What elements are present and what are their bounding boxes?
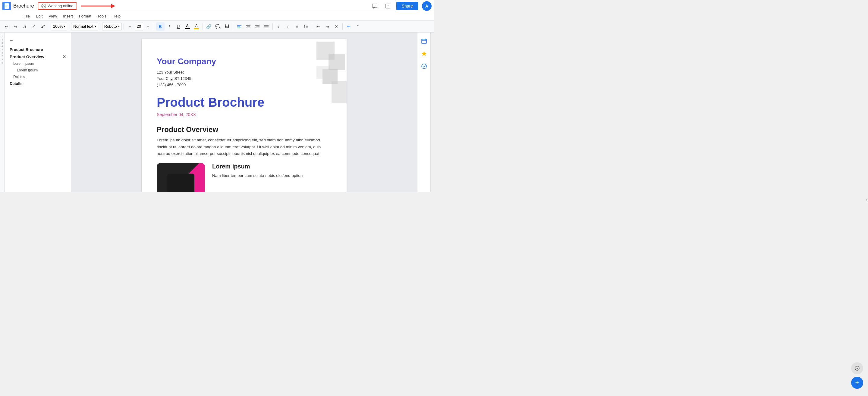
menu-edit[interactable]: Edit <box>33 13 45 19</box>
svg-rect-30 <box>332 81 347 103</box>
bold-button[interactable]: B <box>156 22 164 31</box>
numbered-list-button[interactable]: 1≡ <box>302 22 310 31</box>
back-button[interactable]: ← <box>5 36 71 46</box>
star-icon[interactable] <box>419 49 429 58</box>
revisions-icon[interactable] <box>383 1 393 11</box>
sidebar-item-product-overview[interactable]: Product Overview ✕ <box>5 53 71 60</box>
svg-rect-28 <box>329 54 345 70</box>
undo-button[interactable]: ↩ <box>2 22 11 31</box>
toolbar-divider-10 <box>342 23 343 30</box>
align-left-button[interactable] <box>235 22 244 31</box>
spell-check-button[interactable]: ✓ <box>30 22 38 31</box>
sidebar-close-button[interactable]: ✕ <box>62 54 66 59</box>
highlight-color-button[interactable]: A <box>192 22 201 31</box>
toolbar-divider-4 <box>124 23 124 30</box>
font-size-increase[interactable]: + <box>144 22 152 31</box>
zoom-value: 100% <box>53 24 63 29</box>
font-chevron: ▾ <box>118 25 120 28</box>
expand-toolbar-button[interactable]: ⌃ <box>353 22 362 31</box>
lorem-sub-section: Lorem ipsum Nam liber tempor cum soluta … <box>212 163 303 192</box>
zoom-chevron: ▾ <box>64 25 65 28</box>
toolbar-divider-6 <box>203 23 203 30</box>
section1-body: Lorem ipsum dolor sit amet, consectetuer… <box>157 137 332 157</box>
menu-file[interactable]: File <box>21 13 32 19</box>
sidebar-item-lorem-ipsum-1[interactable]: Lorem ipsum <box>5 60 71 67</box>
checkmark-icon[interactable] <box>419 61 429 71</box>
toolbar-divider-9 <box>312 23 312 30</box>
redo-button[interactable]: ↪ <box>11 22 20 31</box>
main-area: 1 2 3 4 5 6 7 8 9 ← Product Brochure Pro… <box>0 33 434 192</box>
toolbar-divider-1 <box>49 23 49 30</box>
menu-format[interactable]: Format <box>76 13 94 19</box>
font-size-decrease[interactable]: − <box>126 22 134 31</box>
menu-bar: File Edit View Insert Format Tools Help <box>0 12 434 21</box>
toolbar-divider-7 <box>233 23 233 30</box>
sidebar-item-details[interactable]: Details <box>5 80 71 87</box>
section1-heading: Product Overview <box>157 125 332 134</box>
sidebar-item-lorem-ipsum-2[interactable]: Lorem ipsum <box>5 67 71 73</box>
phone-image-placeholder <box>157 163 205 192</box>
two-column-section: Lorem ipsum Nam liber tempor cum soluta … <box>157 163 332 192</box>
text-color-button[interactable]: A <box>183 22 192 31</box>
document-outline-sidebar: ← Product Brochure Product Overview ✕ Lo… <box>5 33 71 192</box>
menu-help[interactable]: Help <box>110 13 123 19</box>
print-button[interactable]: 🖨 <box>21 22 29 31</box>
comment-button[interactable]: 💬 <box>214 22 222 31</box>
menu-insert[interactable]: Insert <box>61 13 75 19</box>
offline-icon <box>41 4 46 8</box>
italic-button[interactable]: I <box>165 22 174 31</box>
svg-rect-3 <box>5 7 7 7</box>
google-docs-logo <box>2 2 11 10</box>
menu-tools[interactable]: Tools <box>95 13 109 19</box>
vertical-ruler: 1 2 3 4 5 6 7 8 9 <box>0 33 5 192</box>
user-avatar[interactable]: A <box>422 1 432 11</box>
lorem-sub-body: Nam liber tempor cum soluta nobis eleife… <box>212 172 303 179</box>
toolbar-divider-5 <box>154 23 154 30</box>
document-area[interactable]: Your Company 123 Your Street Your City, … <box>71 33 417 192</box>
image-button[interactable]: 🖼 <box>223 22 231 31</box>
toolbar-divider-3 <box>100 23 100 30</box>
line-spacing-button[interactable]: ↕ <box>275 22 283 31</box>
right-panel <box>417 33 430 192</box>
svg-rect-1 <box>5 5 8 5</box>
sidebar-item-product-brochure[interactable]: Product Brochure <box>5 46 71 53</box>
bullets-button[interactable]: ≡ <box>293 22 301 31</box>
svg-marker-36 <box>422 51 427 56</box>
align-center-button[interactable] <box>244 22 253 31</box>
font-size-value[interactable]: 20 <box>135 23 143 30</box>
red-arrow <box>81 1 117 10</box>
text-style-selector[interactable]: Normal text ▾ <box>71 23 98 30</box>
top-bar: Brochure Working offline Share A <box>0 0 434 12</box>
checklist-button[interactable]: ☑ <box>284 22 292 31</box>
svg-marker-7 <box>111 4 116 8</box>
svg-point-37 <box>422 64 427 69</box>
calendar-icon[interactable] <box>419 36 429 46</box>
comments-icon[interactable] <box>370 1 379 11</box>
indent-more-button[interactable]: ⇥ <box>323 22 332 31</box>
clear-format-button[interactable]: ✕ <box>332 22 341 31</box>
indent-less-button[interactable]: ⇤ <box>314 22 322 31</box>
offline-text: Working offline <box>48 4 73 8</box>
font-label: Roboto <box>104 24 117 29</box>
menu-view[interactable]: View <box>46 13 59 19</box>
underline-button[interactable]: U <box>174 22 183 31</box>
pencil-button[interactable]: ✏ <box>344 22 353 31</box>
share-button[interactable]: Share <box>396 2 418 10</box>
svg-rect-31 <box>316 66 330 79</box>
paint-format-button[interactable]: 🖌 <box>38 22 47 31</box>
toolbar: ↩ ↪ 🖨 ✓ 🖌 100% ▾ Normal text ▾ Roboto ▾ … <box>0 21 434 33</box>
svg-rect-2 <box>5 6 8 6</box>
sidebar-item-dolor-sit[interactable]: Dolor sit <box>5 73 71 80</box>
document-date: September 04, 20XX <box>157 112 332 117</box>
vertical-scrollbar[interactable] <box>430 33 434 192</box>
font-selector[interactable]: Roboto ▾ <box>102 23 122 30</box>
decorative-squares <box>299 38 347 105</box>
lorem-subheading: Lorem ipsum <box>212 163 303 170</box>
align-justify-button[interactable] <box>262 22 271 31</box>
document-page: Your Company 123 Your Street Your City, … <box>142 38 347 192</box>
align-right-button[interactable] <box>253 22 261 31</box>
document-title[interactable]: Brochure <box>13 3 34 9</box>
sidebar-item-product-overview-label: Product Overview <box>10 55 44 59</box>
link-button[interactable]: 🔗 <box>205 22 213 31</box>
zoom-selector[interactable]: 100% ▾ <box>51 23 67 30</box>
